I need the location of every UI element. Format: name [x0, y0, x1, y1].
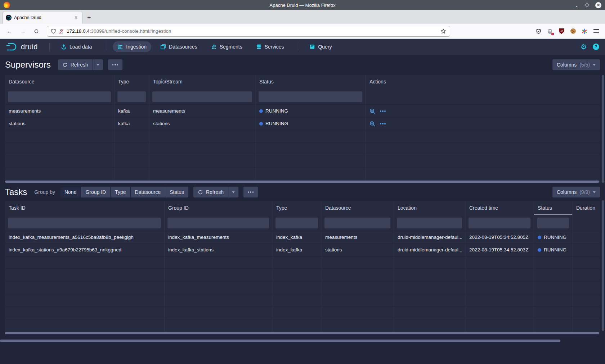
cell-group-id[interactable]: index_kafka_stations — [165, 244, 273, 256]
cell-duration[interactable] — [573, 231, 600, 244]
url-bar[interactable]: 172.18.0.4:30899/unified-console.html#in… — [47, 26, 450, 37]
filter-topic-input[interactable] — [152, 91, 252, 102]
tasks-refresh-button[interactable]: Refresh — [193, 187, 228, 197]
column-header[interactable]: Created time — [466, 201, 534, 215]
supervisors-more-button[interactable] — [108, 59, 123, 70]
cell-created-time[interactable]: 2022-08-19T05:34:52.805Z — [466, 231, 534, 244]
cell-type[interactable]: index_kafka — [273, 231, 322, 244]
cookie-extension-icon[interactable] — [570, 28, 576, 35]
settings-gear-icon[interactable]: ⚙ — [581, 43, 587, 50]
browser-tab[interactable]: Apache Druid ✕ — [3, 12, 82, 24]
cell-task-id[interactable]: index_kafka_stations_a9a679b22795b63_nnk… — [5, 244, 165, 256]
group-by-type-button[interactable]: Type — [111, 187, 130, 197]
column-header[interactable]: Datasource — [322, 201, 394, 215]
column-header[interactable]: Status — [256, 75, 366, 89]
ublock-icon[interactable]: uO — [558, 28, 565, 35]
column-header[interactable]: Location — [394, 201, 466, 215]
new-tab-button[interactable]: + — [82, 14, 96, 24]
supervisors-refresh-dropdown[interactable] — [93, 59, 103, 70]
nav-item-ingestion[interactable]: Ingestion — [113, 41, 151, 52]
cell-task-id[interactable]: index_kafka_measurements_a5616c5ba8afb8b… — [5, 231, 165, 244]
supervisors-columns-button[interactable]: Columns (5/5) — [552, 59, 600, 70]
mask-extension-icon[interactable]: x — [547, 28, 553, 35]
nav-item-services[interactable]: Services — [251, 41, 289, 52]
forward-icon[interactable]: → — [17, 27, 29, 36]
cell-created-time[interactable]: 2022-08-19T05:34:52.803Z — [466, 244, 534, 256]
reload-icon[interactable] — [31, 28, 42, 35]
column-header[interactable]: Topic/Stream — [149, 75, 256, 89]
tasks-refresh-dropdown[interactable] — [228, 187, 238, 197]
column-header[interactable]: Type — [273, 201, 322, 215]
task-row[interactable]: index_kafka_measurements_a5616c5ba8afb8b… — [5, 231, 600, 244]
row-more-icon[interactable] — [380, 123, 386, 124]
cell-type[interactable]: kafka — [115, 105, 149, 117]
cell-status[interactable]: RUNNING — [256, 105, 366, 117]
lock-insecure-icon[interactable] — [59, 29, 64, 34]
column-header[interactable]: Group ID — [165, 201, 273, 215]
column-header-sorted[interactable]: Status — [534, 201, 573, 215]
cell-datasource[interactable]: stations — [5, 117, 115, 130]
inspect-magnifier-icon[interactable] — [369, 121, 376, 127]
group-by-datasource-button[interactable]: Datasource — [131, 187, 165, 197]
cell-group-id[interactable]: index_kafka_measurements — [165, 231, 273, 244]
filter-groupid-input[interactable] — [167, 218, 269, 228]
filter-createdtime-input[interactable] — [469, 218, 530, 228]
cell-type[interactable]: kafka — [115, 117, 149, 130]
supervisors-hscrollbar[interactable] — [5, 180, 600, 183]
cell-status[interactable]: RUNNING — [256, 117, 366, 130]
shield-icon[interactable] — [51, 28, 56, 34]
filter-type-input[interactable] — [275, 218, 318, 228]
tab-close-icon[interactable]: ✕ — [73, 14, 79, 21]
cell-type[interactable]: index_kafka — [273, 244, 322, 256]
supervisors-refresh-button[interactable]: Refresh — [58, 59, 93, 70]
supervisors-vscrollbar[interactable] — [602, 75, 604, 183]
column-header[interactable]: Type — [115, 75, 149, 89]
group-by-groupid-button[interactable]: Group ID — [81, 187, 110, 197]
column-header[interactable]: Task ID — [5, 201, 165, 215]
tasks-vscrollbar[interactable] — [602, 200, 604, 331]
maximize-icon[interactable] — [584, 3, 590, 8]
nav-item-datasources[interactable]: Datasources — [156, 41, 202, 52]
tasks-columns-button[interactable]: Columns (9/9) — [552, 187, 600, 197]
column-header[interactable]: Duration — [573, 201, 600, 215]
cell-location[interactable]: druid-middlemanager-defaul... — [394, 231, 466, 244]
filter-type-input[interactable] — [117, 91, 146, 102]
column-header[interactable]: Actions — [366, 75, 600, 89]
column-header[interactable]: Datasource — [5, 75, 115, 89]
cell-topic[interactable]: stations — [149, 117, 256, 130]
cell-topic[interactable]: measurements — [149, 105, 256, 117]
nav-item-segments[interactable]: Segments — [206, 41, 247, 52]
cell-status[interactable]: RUNNING — [534, 231, 573, 244]
filter-status-input[interactable] — [259, 91, 362, 102]
nav-item-load-data[interactable]: Load data — [56, 41, 97, 52]
page-hscrollbar[interactable] — [0, 340, 560, 342]
bookmark-star-icon[interactable] — [440, 28, 446, 34]
cell-datasource[interactable]: measurements — [5, 105, 115, 117]
group-by-status-button[interactable]: Status — [165, 187, 188, 197]
filter-datasource-input[interactable] — [8, 91, 111, 102]
filter-status-input[interactable] — [537, 218, 569, 228]
nav-item-query[interactable]: Query — [305, 41, 336, 52]
supervisor-row[interactable]: stations kafka stations RUNNING — [5, 117, 600, 130]
supervisor-row[interactable]: measurements kafka measurements RUNNING — [5, 105, 600, 117]
minimize-icon[interactable]: ⌄ — [575, 3, 579, 8]
cell-duration[interactable] — [573, 244, 600, 256]
druid-logo[interactable]: druid — [6, 42, 38, 51]
back-icon[interactable]: ← — [4, 27, 15, 36]
cell-datasource[interactable]: measurements — [322, 231, 394, 244]
task-row[interactable]: index_kafka_stations_a9a679b22795b63_nnk… — [5, 244, 600, 256]
colorful-asterisk-icon[interactable] — [581, 28, 588, 35]
filter-location-input[interactable] — [397, 218, 462, 228]
inspect-magnifier-icon[interactable] — [369, 108, 376, 114]
cell-status[interactable]: RUNNING — [534, 244, 573, 256]
cell-datasource[interactable]: stations — [322, 244, 394, 256]
privacy-shield-icon[interactable] — [535, 28, 542, 35]
filter-taskid-input[interactable] — [8, 218, 161, 228]
tasks-more-button[interactable] — [243, 187, 258, 197]
close-window-icon[interactable]: ✕ — [595, 2, 601, 8]
group-by-none-button[interactable]: None — [60, 187, 81, 197]
cell-location[interactable]: druid-middlemanager-defaul... — [394, 244, 466, 256]
row-more-icon[interactable] — [380, 110, 386, 112]
tasks-hscrollbar[interactable] — [5, 332, 600, 335]
filter-datasource-input[interactable] — [324, 218, 390, 228]
